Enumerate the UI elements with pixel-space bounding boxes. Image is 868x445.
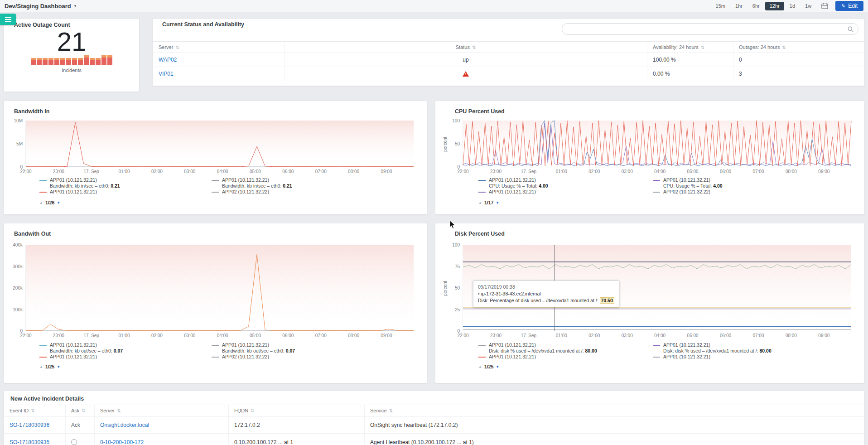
- legend-series[interactable]: APP01 (10.121.32.21): [39, 342, 212, 348]
- x-tick-label: 02:00: [151, 169, 163, 174]
- legend-page-down[interactable]: ▼: [496, 365, 499, 369]
- server-link[interactable]: Onsight.docker.local: [100, 422, 149, 428]
- incidents-table: Event ID⇅ Ack⇅ Server⇅ FQDN⇅ Service⇅ SO…: [4, 405, 864, 445]
- series-color-swatch: [39, 345, 47, 346]
- legend-page-up[interactable]: ▲: [39, 201, 43, 205]
- service-value: OnSight sync heartbeat (172.17.0.2): [365, 416, 864, 433]
- legend-page-down[interactable]: ▼: [496, 201, 499, 205]
- y-tick-label: 0: [20, 329, 23, 334]
- legend-series[interactable]: APP01 (10.121.32.21): [212, 177, 384, 183]
- legend-series[interactable]: APP01 (10.121.32.21): [653, 177, 825, 183]
- x-tick-label: 03:00: [184, 333, 195, 338]
- legend-series-label: APP02 (10.121.32.22): [663, 189, 710, 194]
- col-header-label: Server: [159, 44, 173, 50]
- legend-series-label: APP01 (10.121.32.21): [663, 177, 710, 183]
- legend-series[interactable]: APP01 (10.121.32.21): [478, 354, 651, 360]
- server-link[interactable]: 0-10-200-100-172: [100, 439, 144, 445]
- legend-series[interactable]: APP02 (10.121.32.22): [212, 189, 384, 195]
- x-tick-label: 01:00: [556, 169, 567, 174]
- incident-bar: [60, 58, 65, 65]
- bandwidth-out-chart[interactable]: 400k300k200k100k022:0023:0017. Sep01:000…: [25, 245, 414, 331]
- tooltip-metric: Disk: Percentage of disk used – /dev/xvd…: [478, 297, 614, 304]
- series-color-swatch: [653, 192, 660, 193]
- col-header-service[interactable]: Service⇅: [365, 405, 864, 416]
- server-link[interactable]: VIP01: [159, 71, 174, 77]
- legend-series[interactable]: APP01 (10.121.32.21): [39, 189, 212, 195]
- col-header-ack[interactable]: Ack⇅: [66, 405, 95, 416]
- series-color-swatch: [653, 180, 660, 181]
- incident-bar: [66, 58, 71, 65]
- col-header-server[interactable]: Server⇅: [153, 42, 285, 53]
- search-input[interactable]: [567, 26, 844, 32]
- col-header-label: Outages: 24 hours: [739, 44, 780, 50]
- tooltip-value: 70.50: [600, 297, 614, 304]
- legend-series[interactable]: APP01 (10.121.32.21): [478, 342, 651, 348]
- panel-title: Bandwith Out: [14, 231, 51, 237]
- cpu-percent-panel: CPU Percent Used percent 10050022:0023:0…: [435, 101, 864, 215]
- tooltip-host: •ip-172-31-38-43.ec2.internal: [478, 290, 614, 297]
- y-axis-label: percent: [443, 137, 448, 152]
- panel-title: New Active Incident Details: [10, 396, 84, 402]
- event-id-link[interactable]: SO-1718030935: [10, 439, 49, 445]
- edit-button[interactable]: ✎Edit: [835, 1, 863, 11]
- legend-series[interactable]: APP01 (10.121.32.21): [653, 354, 825, 360]
- legend-series[interactable]: APP01 (10.121.32.21): [478, 189, 651, 195]
- cpu-chart[interactable]: 10050022:0023:0017. Sep01:0002:0003:0004…: [463, 121, 851, 167]
- x-tick-label: 22:00: [457, 333, 468, 338]
- dashboard-selector[interactable]: Dev/Staging Dashboard ▾: [5, 3, 76, 10]
- legend-page-down[interactable]: ▼: [57, 365, 60, 369]
- range-1w-button[interactable]: 1w: [800, 2, 816, 10]
- col-header-label: Status: [456, 44, 470, 50]
- series-color-swatch: [478, 192, 486, 193]
- legend-series[interactable]: APP01 (10.121.32.21): [478, 177, 651, 183]
- status-availability-panel: Current Status and Availability Server⇅ …: [153, 18, 864, 86]
- legend-series[interactable]: APP02 (10.121.32.22): [212, 354, 384, 360]
- sort-icon: ⇅: [472, 45, 476, 50]
- series-color-swatch: [478, 180, 486, 181]
- legend-series[interactable]: APP01 (10.121.32.21): [39, 354, 212, 360]
- incident-bar: [101, 55, 106, 65]
- legend-page-up[interactable]: ▲: [478, 365, 482, 369]
- legend-series[interactable]: APP01 (10.121.32.21): [39, 177, 212, 183]
- legend-series[interactable]: APP01 (10.121.32.21): [653, 342, 825, 348]
- server-link[interactable]: WAP02: [159, 57, 177, 63]
- availability-value: 100.00 %: [647, 53, 733, 67]
- y-tick-label: 25: [455, 307, 460, 312]
- calendar-button[interactable]: [821, 3, 828, 9]
- event-id-link[interactable]: SO-1718030936: [10, 422, 49, 428]
- tooltip-date: 09/17/2019 00:38: [478, 284, 614, 290]
- legend-page-up[interactable]: ▲: [39, 365, 43, 369]
- incident-bar: [37, 58, 42, 65]
- col-header-server[interactable]: Server⇅: [95, 405, 229, 416]
- legend-series[interactable]: APP01 (10.121.32.21): [212, 342, 384, 348]
- x-tick-label: 23:00: [490, 333, 502, 338]
- x-tick-label: 09:00: [818, 169, 829, 174]
- legend-page-up[interactable]: ▲: [478, 201, 482, 205]
- series-color-swatch: [478, 357, 486, 358]
- range-6hr-button[interactable]: 6hr: [748, 2, 764, 10]
- bandwidth-out-panel: Bandwith Out 400k300k200k100k022:0023:00…: [4, 223, 427, 383]
- range-1hr-button[interactable]: 1hr: [731, 2, 747, 10]
- legend-page-number: 1/25: [45, 364, 54, 369]
- col-header-event-id[interactable]: Event ID⇅: [4, 405, 66, 416]
- col-header-status[interactable]: Status⇅: [285, 42, 647, 53]
- y-axis-label: percent: [443, 281, 448, 296]
- col-header-availability[interactable]: Availability: 24 hours⇅: [647, 42, 733, 53]
- incident-bar: [31, 58, 36, 65]
- legend-series[interactable]: APP02 (10.121.32.22): [653, 189, 825, 195]
- col-header-fqdn[interactable]: FQDN⇅: [229, 405, 365, 416]
- ack-circle-icon[interactable]: [71, 439, 77, 445]
- legend-page-down[interactable]: ▼: [57, 201, 60, 205]
- col-header-outages[interactable]: Outages: 24 hours⇅: [733, 42, 864, 53]
- range-12hr-button[interactable]: 12hr: [765, 2, 784, 10]
- incident-bar: [84, 55, 89, 65]
- legend-series-label: APP01 (10.121.32.21): [50, 354, 97, 359]
- x-tick-label: 06:00: [720, 333, 731, 338]
- range-1d-button[interactable]: 1d: [785, 2, 800, 10]
- bandwidth-in-chart[interactable]: 10M5M022:0023:0017. Sep01:0002:0003:0004…: [25, 121, 414, 167]
- ack-button[interactable]: Ack: [71, 422, 80, 428]
- range-15m-button[interactable]: 15m: [711, 2, 730, 10]
- disk-chart[interactable]: 09/17/2019 00:38 •ip-172-31-38-43.ec2.in…: [463, 245, 851, 331]
- x-tick-label: 17. Sep: [521, 169, 536, 174]
- slide-menu-tab[interactable]: [0, 14, 16, 25]
